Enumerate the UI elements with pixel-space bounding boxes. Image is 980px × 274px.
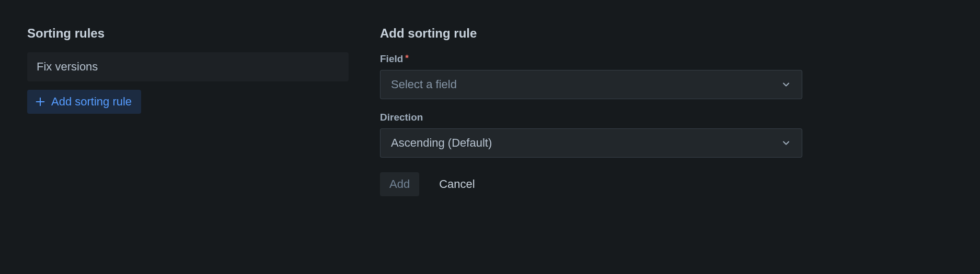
sorting-rule-item[interactable]: Fix versions xyxy=(27,52,349,81)
sorting-rules-heading: Sorting rules xyxy=(27,26,349,41)
add-sorting-rule-label: Add sorting rule xyxy=(51,95,132,109)
add-sorting-rule-button[interactable]: Add sorting rule xyxy=(27,90,141,114)
chevron-down-icon xyxy=(781,138,791,148)
field-label: Field * xyxy=(380,53,802,65)
add-sorting-rule-heading: Add sorting rule xyxy=(380,26,802,41)
direction-select[interactable]: Ascending (Default) xyxy=(380,128,802,158)
chevron-down-icon xyxy=(781,79,791,90)
cancel-button[interactable]: Cancel xyxy=(430,172,484,196)
plus-icon xyxy=(34,96,46,108)
direction-label-text: Direction xyxy=(380,112,423,123)
direction-select-value: Ascending (Default) xyxy=(391,136,492,150)
add-sorting-rule-form: Add sorting rule Field * Select a field … xyxy=(380,26,802,196)
sorting-rules-panel: Sorting rules Fix versions Add sorting r… xyxy=(27,26,349,196)
field-select[interactable]: Select a field xyxy=(380,70,802,99)
add-button[interactable]: Add xyxy=(380,172,419,196)
field-label-text: Field xyxy=(380,53,403,65)
field-select-placeholder: Select a field xyxy=(391,78,457,91)
sorting-rule-label: Fix versions xyxy=(37,60,98,73)
direction-label: Direction xyxy=(380,112,802,123)
form-actions: Add Cancel xyxy=(380,172,802,196)
required-indicator-icon: * xyxy=(405,54,409,63)
